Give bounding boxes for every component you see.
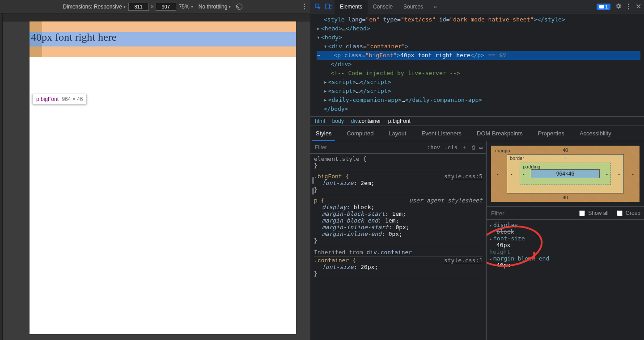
margin-right-value: - [632, 171, 634, 176]
tab-computed[interactable]: Computed [343, 126, 377, 141]
zoom-dropdown[interactable]: 75% [176, 4, 196, 10]
tab-event-listeners[interactable]: Event Listeners [418, 126, 465, 141]
box-model-content-size: 964×46 [531, 169, 600, 178]
computed-font-size[interactable]: font-size 40px [489, 235, 641, 248]
margin-label: margin [495, 148, 510, 153]
tabs-overflow-icon[interactable]: » [428, 0, 442, 13]
margin-left-value: - [497, 171, 499, 176]
close-icon[interactable]: ✕ [636, 2, 641, 11]
tab-sources[interactable]: Sources [398, 0, 428, 13]
p-rule[interactable]: p {user agent stylesheet display: block;… [314, 197, 483, 246]
rotate-icon[interactable] [233, 4, 245, 10]
border-label: border [510, 155, 524, 161]
rendered-page-pane: Dimensions: Responsive × 75% No throttli… [0, 0, 310, 340]
viewport-height-input[interactable] [156, 3, 176, 11]
margin-bottom-value: 40 [563, 195, 568, 200]
cls-toggle[interactable]: .cls [445, 144, 458, 151]
page-paragraph-text: 40px font right here [31, 31, 116, 43]
style-rules-list[interactable]: element.style { } .bigFont {style.css:5 … [310, 154, 486, 340]
padding-label: padding [523, 164, 540, 169]
computed-height[interactable]: height [489, 248, 641, 255]
throttling-dropdown[interactable]: No throttling [196, 4, 234, 10]
tab-styles[interactable]: Styles [312, 126, 335, 141]
crumb-div[interactable]: div.container [351, 118, 381, 124]
dom-selected-element[interactable]: ⋯ <p class="bigFont">40px font right her… [317, 51, 640, 60]
tooltip-dimensions: 964 × 46 [62, 96, 83, 102]
viewport-width-input[interactable] [128, 3, 149, 11]
devtools-tab-bar: Elements Console Sources » 1 ✕ [310, 0, 644, 13]
styles-filter-input[interactable] [314, 144, 423, 151]
page-viewport[interactable]: 40px font right here [30, 21, 296, 334]
margin-top-value: 40 [563, 147, 568, 153]
styles-toolbar: :hov .cls ＋ ⎙ ▭ [310, 141, 486, 154]
tab-properties[interactable]: Properties [534, 126, 568, 141]
tooltip-selector: p.bigFont [36, 96, 59, 102]
inspect-element-icon[interactable] [313, 2, 323, 12]
element-style-rule[interactable]: element.style { } [314, 155, 483, 171]
crumb-body[interactable]: body [332, 118, 344, 124]
dimensions-separator: × [151, 4, 154, 10]
horizontal-ruler [0, 13, 310, 21]
computed-display[interactable]: display block [489, 222, 641, 235]
device-dropdown[interactable]: Dimensions: Responsive [60, 4, 128, 10]
devtools-kebab-icon[interactable] [626, 2, 631, 11]
hov-toggle[interactable]: :hov [427, 144, 440, 151]
inherited-from-label: Inherited from div.container [314, 248, 483, 257]
box-model-diagram[interactable]: margin 40 40 - - border - - - - paddin [487, 141, 644, 206]
svg-rect-1 [326, 4, 330, 9]
tab-dom-breakpoints[interactable]: DOM Breakpoints [473, 126, 526, 141]
new-style-rule-icon[interactable]: ＋ [462, 143, 467, 151]
device-toolbar: Dimensions: Responsive × 75% No throttli… [0, 0, 310, 13]
svg-rect-2 [330, 5, 332, 9]
gear-icon[interactable] [615, 3, 622, 11]
bigfont-rule[interactable]: .bigFont {style.css:5 font-size: 2em; } [314, 173, 483, 195]
dom-tree[interactable]: <style lang="en" type="text/css" id="dar… [310, 13, 644, 116]
devtools-pane: Elements Console Sources » 1 ✕ <style la… [310, 0, 644, 340]
crumb-html[interactable]: html [315, 118, 325, 124]
vertical-ruler [0, 13, 3, 340]
crumb-current[interactable]: p.bigFont [388, 118, 411, 124]
tab-elements[interactable]: Elements [335, 0, 368, 13]
styles-panel: :hov .cls ＋ ⎙ ▭ element.style { } .bigFo… [310, 141, 487, 340]
computed-filter-input[interactable] [490, 210, 571, 217]
print-media-icon[interactable]: ⎙ [472, 144, 475, 151]
element-inspect-tooltip: p.bigFont 964 × 46 [32, 94, 87, 105]
kebab-menu-icon[interactable] [302, 2, 307, 11]
group-checkbox[interactable]: Group [615, 209, 640, 218]
tab-accessibility[interactable]: Accessibility [576, 126, 615, 141]
box-model-and-computed: margin 40 40 - - border - - - - paddin [487, 141, 644, 340]
computed-filter-bar: Show all Group [487, 206, 644, 220]
tab-console[interactable]: Console [368, 0, 398, 13]
pane-resize-handle[interactable] [312, 177, 314, 195]
computed-properties[interactable]: display block font-size 40px height marg… [487, 220, 644, 340]
computed-sidebar-icon[interactable]: ▭ [479, 144, 483, 151]
device-toggle-icon[interactable] [324, 2, 334, 12]
computed-margin-block-end[interactable]: margin-block-end 40px [489, 255, 641, 269]
styles-subtabs: Styles Computed Layout Event Listeners D… [310, 126, 644, 141]
tab-layout[interactable]: Layout [385, 126, 410, 141]
show-all-checkbox[interactable]: Show all [577, 209, 608, 218]
issues-count: 1 [605, 4, 608, 9]
dom-breadcrumb[interactable]: html body div.container p.bigFont [310, 116, 644, 126]
container-rule[interactable]: .container {style.css:1 font-size: 20px;… [314, 257, 483, 279]
svg-rect-3 [599, 5, 604, 8]
issues-indicator[interactable]: 1 [597, 4, 610, 10]
